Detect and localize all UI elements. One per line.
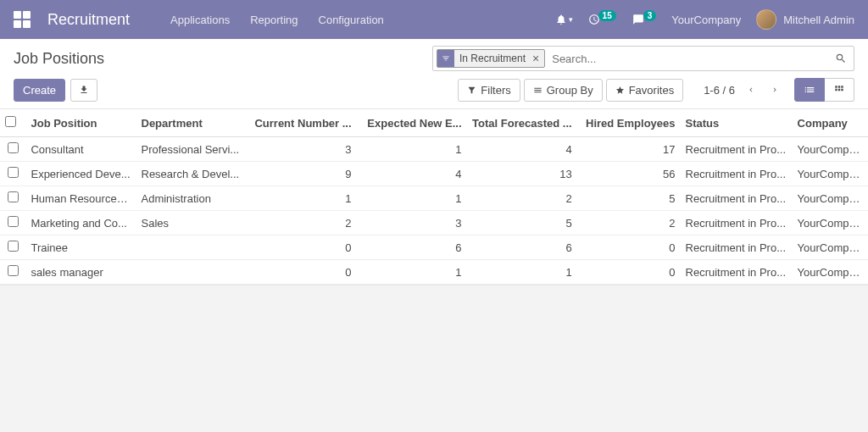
cell-expected: 4 — [357, 162, 467, 186]
cell-hired: 56 — [577, 162, 681, 186]
col-header-hired[interactable]: Hired Employees — [577, 109, 681, 137]
nav-menu-applications[interactable]: Applications — [170, 14, 230, 26]
activity-badge: 15 — [598, 10, 616, 21]
col-header-expected[interactable]: Expected New E... — [357, 109, 467, 137]
cell-total: 6 — [467, 235, 577, 260]
cell-position: Trainee — [25, 235, 136, 260]
cell-status: Recruitment in Pro... — [681, 186, 793, 211]
col-header-current[interactable]: Current Number ... — [247, 109, 357, 137]
create-button[interactable]: Create — [14, 79, 65, 102]
cell-department: Professional Servi... — [136, 137, 247, 162]
row-checkbox[interactable] — [8, 191, 19, 202]
notifications-icon[interactable]: ▾ — [555, 14, 573, 25]
cell-status: Recruitment in Pro... — [681, 235, 793, 260]
row-checkbox[interactable] — [8, 265, 19, 276]
cell-current: 0 — [247, 235, 357, 260]
row-checkbox[interactable] — [8, 142, 19, 153]
cell-status: Recruitment in Pro... — [681, 137, 793, 162]
col-header-department[interactable]: Department — [136, 109, 247, 137]
cell-hired: 5 — [577, 186, 681, 211]
cell-status: Recruitment in Pro... — [681, 211, 793, 235]
control-panel: Job Positions In Recruitment × Create — [0, 39, 868, 109]
row-checkbox[interactable] — [8, 167, 19, 178]
cell-current: 9 — [247, 162, 357, 186]
cell-hired: 17 — [577, 137, 681, 162]
activities-icon[interactable]: 15 — [588, 14, 616, 25]
cell-total: 5 — [467, 211, 577, 235]
import-button[interactable] — [70, 79, 97, 102]
search-input[interactable] — [545, 53, 835, 65]
groupby-button[interactable]: Group By — [524, 79, 603, 102]
table-row[interactable]: Trainee 0 6 6 0 Recruitment in Pro... Yo… — [0, 235, 868, 260]
row-checkbox[interactable] — [8, 216, 19, 227]
select-all-checkbox[interactable] — [5, 116, 16, 127]
kanban-view-button[interactable] — [825, 78, 854, 102]
col-header-total[interactable]: Total Forecasted ... — [467, 109, 577, 137]
cell-hired: 0 — [577, 260, 681, 285]
breadcrumb: Job Positions — [14, 50, 432, 68]
cell-department: Sales — [136, 211, 247, 235]
cell-position: Human Resources... — [25, 186, 136, 211]
cell-expected: 1 — [357, 260, 467, 285]
search-bar[interactable]: In Recruitment × — [432, 46, 854, 71]
cell-department: Research & Devel... — [136, 162, 247, 186]
pager: 1-6 / 6 — [704, 84, 782, 97]
cell-total: 1 — [467, 260, 577, 285]
nav-menu-configuration[interactable]: Configuration — [319, 14, 384, 26]
pager-value[interactable]: 1-6 / 6 — [704, 84, 735, 97]
user-name: Mitchell Admin — [783, 14, 854, 26]
cell-total: 13 — [467, 162, 577, 186]
cell-department: Administration — [136, 186, 247, 211]
cell-company: YourCompany — [793, 186, 868, 211]
search-icon[interactable] — [835, 53, 847, 64]
nav-menu: Applications Reporting Configuration — [170, 14, 555, 26]
pager-prev-icon[interactable] — [743, 85, 759, 95]
cell-position: sales manager — [25, 260, 136, 285]
cell-company: YourCompany — [793, 235, 868, 260]
favorites-button[interactable]: Favorites — [606, 79, 683, 102]
cell-expected: 3 — [357, 211, 467, 235]
messages-icon[interactable]: 3 — [632, 14, 657, 25]
apps-icon[interactable] — [14, 11, 31, 28]
table-row[interactable]: Marketing and Co... Sales 2 3 5 2 Recrui… — [0, 211, 868, 235]
nav-menu-reporting[interactable]: Reporting — [250, 14, 298, 26]
cell-current: 1 — [247, 186, 357, 211]
cell-company: YourCompany — [793, 211, 868, 235]
nav-right: ▾ 15 3 YourCompany Mitchell Admin — [555, 9, 854, 30]
app-brand[interactable]: Recruitment — [47, 11, 130, 29]
table-row[interactable]: Human Resources... Administration 1 1 2 … — [0, 186, 868, 211]
company-selector[interactable]: YourCompany — [671, 14, 741, 26]
table-row[interactable]: sales manager 0 1 1 0 Recruitment in Pro… — [0, 260, 868, 285]
empty-area — [0, 285, 868, 432]
cell-company: YourCompany — [793, 260, 868, 285]
col-header-company[interactable]: Company — [793, 109, 868, 137]
list-view-button[interactable] — [794, 78, 825, 102]
cell-status: Recruitment in Pro... — [681, 162, 793, 186]
favorites-label: Favorites — [629, 84, 674, 97]
table-row[interactable]: Consultant Professional Servi... 3 1 4 1… — [0, 137, 868, 162]
cell-expected: 1 — [357, 137, 467, 162]
col-header-position[interactable]: Job Position — [25, 109, 136, 137]
filters-button[interactable]: Filters — [458, 79, 520, 102]
row-checkbox[interactable] — [8, 241, 19, 252]
cell-company: YourCompany — [793, 137, 868, 162]
cell-total: 2 — [467, 186, 577, 211]
cell-hired: 2 — [577, 211, 681, 235]
cell-current: 3 — [247, 137, 357, 162]
cell-expected: 1 — [357, 186, 467, 211]
cell-hired: 0 — [577, 235, 681, 260]
cell-current: 2 — [247, 211, 357, 235]
facet-label: In Recruitment — [454, 53, 531, 64]
col-header-status[interactable]: Status — [681, 109, 793, 137]
view-switcher — [794, 78, 854, 102]
cell-department — [136, 260, 247, 285]
job-positions-table: Job Position Department Current Number .… — [0, 109, 868, 285]
search-facet: In Recruitment × — [437, 49, 545, 68]
cell-position: Experienced Deve... — [25, 162, 136, 186]
table-row[interactable]: Experienced Deve... Research & Devel... … — [0, 162, 868, 186]
cell-position: Marketing and Co... — [25, 211, 136, 235]
facet-remove-icon[interactable]: × — [531, 52, 541, 65]
user-menu[interactable]: Mitchell Admin — [756, 9, 854, 30]
pager-next-icon[interactable] — [767, 85, 782, 95]
groupby-label: Group By — [547, 84, 593, 97]
